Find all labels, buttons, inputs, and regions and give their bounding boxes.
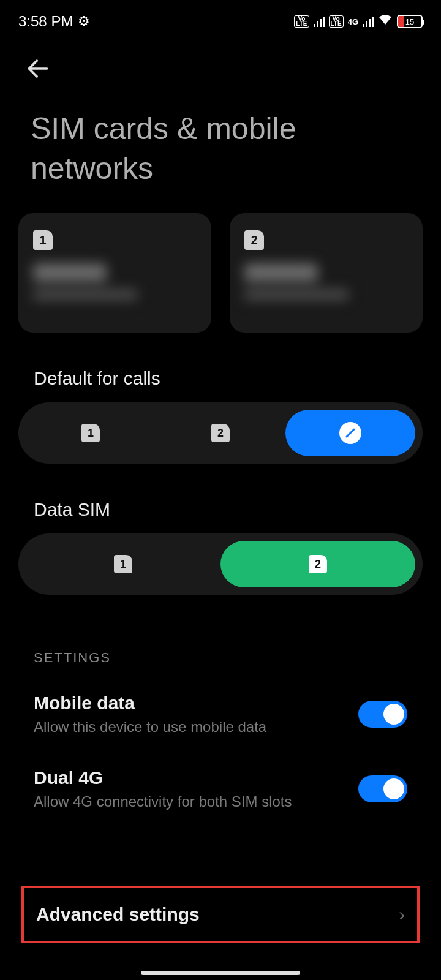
default-calls-sim1[interactable]: 1 (26, 410, 156, 456)
default-calls-label: Default for calls (0, 333, 441, 402)
sim-1-details-blurred (33, 263, 197, 300)
mobile-data-toggle[interactable] (358, 701, 407, 728)
mobile-data-desc: Allow this device to use mobile data (34, 718, 266, 736)
edit-icon (339, 422, 361, 444)
default-calls-selector: 1 2 (18, 402, 423, 464)
signal-icon-1 (314, 16, 325, 27)
data-sim-selector: 1 2 (18, 533, 423, 595)
advanced-settings-row[interactable]: Advanced settings › (24, 888, 417, 941)
battery-icon: 15 (397, 15, 423, 28)
default-calls-sim2[interactable]: 2 (156, 410, 285, 456)
data-sim-sim2[interactable]: 2 (221, 541, 415, 587)
mobile-data-row[interactable]: Mobile data Allow this device to use mob… (0, 677, 441, 752)
sim-chip-icon: 2 (309, 555, 327, 573)
sim-chip-icon-1: 1 (33, 230, 53, 250)
home-indicator[interactable] (141, 971, 300, 975)
signal-icon-2 (363, 16, 374, 27)
mobile-data-title: Mobile data (34, 693, 266, 714)
advanced-settings-highlight: Advanced settings › (21, 886, 420, 943)
data-sim-sim1[interactable]: 1 (26, 541, 221, 587)
sim-chip-icon: 1 (81, 424, 100, 442)
sim-card-1[interactable]: 1 (18, 213, 211, 333)
sim-chip-icon-2: 2 (244, 230, 264, 250)
status-bar: 3:58 PM ⚙ VoLTE VoLTE 4G 15 (0, 0, 441, 37)
clock: 3:58 PM (18, 13, 73, 30)
back-button[interactable] (24, 55, 417, 85)
data-sim-label: Data SIM (0, 464, 441, 533)
wifi-icon (378, 13, 393, 29)
network-4g-label: 4G (348, 18, 358, 25)
default-calls-ask[interactable] (285, 410, 415, 456)
volte-icon-1: VoLTE (294, 15, 309, 28)
page-title: SIM cards & mobile networks (0, 91, 441, 213)
dual-4g-title: Dual 4G (34, 767, 292, 788)
sim-card-2[interactable]: 2 (230, 213, 423, 333)
dual-4g-row[interactable]: Dual 4G Allow 4G connectivity for both S… (0, 752, 441, 826)
gear-icon: ⚙ (78, 13, 90, 29)
sim-chip-icon: 1 (114, 555, 132, 573)
chevron-right-icon: › (399, 904, 405, 925)
settings-header: SETTINGS (0, 595, 441, 677)
advanced-settings-label: Advanced settings (36, 904, 200, 925)
status-right: VoLTE VoLTE 4G 15 (294, 13, 423, 29)
dual-4g-desc: Allow 4G connectivity for both SIM slots (34, 793, 292, 810)
sim-2-details-blurred (244, 263, 408, 300)
dual-4g-toggle[interactable] (358, 775, 407, 802)
divider (34, 845, 407, 845)
status-left: 3:58 PM ⚙ (18, 13, 90, 30)
battery-percent: 15 (398, 17, 421, 26)
volte-icon-2: VoLTE (329, 15, 344, 28)
sim-chip-icon: 2 (211, 424, 230, 442)
